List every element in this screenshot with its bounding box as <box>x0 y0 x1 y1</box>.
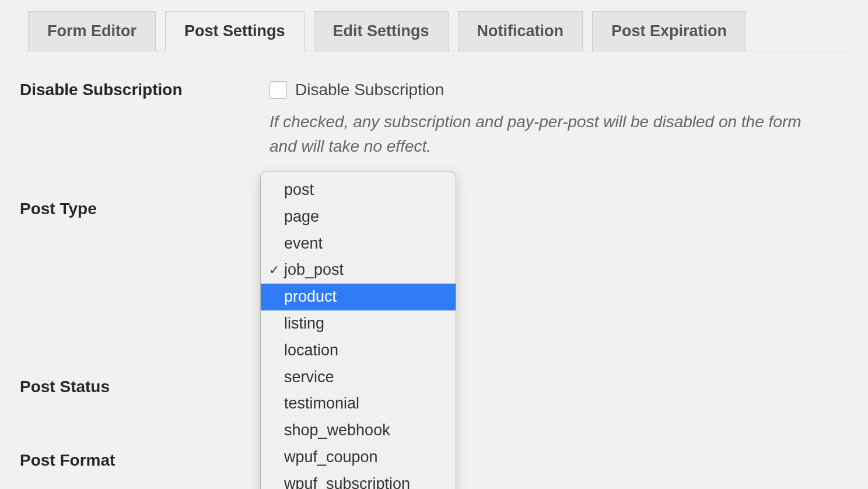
post-type-label: Post Type <box>20 188 270 218</box>
post-type-option-label: post <box>284 179 314 201</box>
post-type-option-wpuf_coupon[interactable]: wpuf_coupon <box>261 444 456 471</box>
tab-post-expiration[interactable]: Post Expiration <box>592 11 746 51</box>
post-type-option-label: event <box>284 233 323 255</box>
post-type-option-location[interactable]: location <box>261 337 456 364</box>
post-type-option-label: job_post <box>284 259 344 281</box>
post-type-option-label: service <box>284 366 334 389</box>
post-status-label: Post Status <box>20 378 270 396</box>
tab-post-settings[interactable]: Post Settings <box>165 11 304 51</box>
disable-subscription-label: Disable Subscription <box>20 81 270 99</box>
post-type-option-label: wpuf_subscription <box>284 473 410 489</box>
post-format-label: Post Format <box>20 451 270 470</box>
post-type-option-testimonial[interactable]: testimonial <box>261 390 456 417</box>
post-type-option-event[interactable]: event <box>261 230 456 257</box>
post-type-option-label: product <box>284 286 337 308</box>
disable-subscription-checkbox-label[interactable]: Disable Subscription <box>295 81 444 99</box>
post-type-option-label: shop_webhook <box>284 420 390 442</box>
disable-subscription-help: If checked, any subscription and pay-per… <box>270 110 806 159</box>
post-type-option-page[interactable]: page <box>261 204 456 230</box>
post-type-option-label: listing <box>284 313 324 335</box>
post-type-option-label: location <box>284 340 338 362</box>
disable-subscription-checkbox[interactable] <box>270 81 287 99</box>
post-type-option-post[interactable]: post <box>261 177 456 204</box>
post-type-option-job_post[interactable]: ✓job_post <box>261 257 456 284</box>
post-type-option-label: wpuf_coupon <box>284 446 378 469</box>
tabs-nav: Form Editor Post Settings Edit Settings … <box>20 11 848 51</box>
post-type-option-listing[interactable]: listing <box>261 310 456 337</box>
post-type-option-product[interactable]: product <box>261 284 456 310</box>
post-type-option-wpuf_subscription[interactable]: wpuf_subscription <box>261 471 456 489</box>
checkmark-icon: ✓ <box>269 261 284 280</box>
tab-edit-settings[interactable]: Edit Settings <box>314 11 449 51</box>
post-type-dropdown[interactable]: postpageevent✓job_postproductlistingloca… <box>260 172 456 489</box>
tab-notification[interactable]: Notification <box>458 11 583 51</box>
tab-form-editor[interactable]: Form Editor <box>28 11 156 51</box>
post-type-option-label: testimonial <box>284 393 359 415</box>
post-type-option-service[interactable]: service <box>261 364 456 391</box>
post-type-option-shop_webhook[interactable]: shop_webhook <box>261 417 456 444</box>
post-type-option-label: page <box>284 206 319 228</box>
